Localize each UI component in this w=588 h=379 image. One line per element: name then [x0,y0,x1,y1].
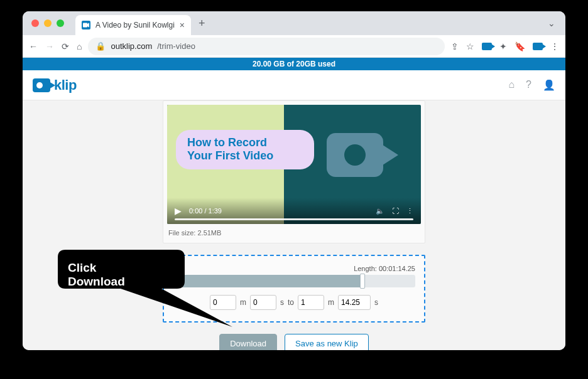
forward-icon[interactable]: → [45,41,54,51]
unit-m-2: m [328,298,334,307]
address-bar[interactable]: 🔒 outklip.com/trim-video [88,38,445,55]
minimize-window-icon[interactable] [44,19,52,27]
video-title-line2: Your First Video [187,149,303,163]
close-window-icon[interactable] [31,19,39,27]
titlebar: A Video by Sunil Kowlgi × + ⌄ [23,11,565,35]
share-icon[interactable]: ⇪ [451,41,459,51]
trim-from-seconds-input[interactable] [250,295,276,310]
svg-rect-0 [83,23,87,28]
extensions-icon[interactable]: ✦ [499,41,507,51]
fullscreen-icon[interactable]: ⛶ [392,207,399,215]
extension-klip-icon[interactable] [533,43,543,50]
annotation-text: Click Download [68,261,125,289]
video-thumb-camera-icon [327,130,396,180]
menu-icon[interactable]: ⋮ [550,41,559,51]
new-tab-button[interactable]: + [196,17,208,30]
back-icon[interactable]: ← [29,41,38,51]
tabs-dropdown-icon[interactable]: ⌄ [548,18,559,28]
save-as-new-klip-button[interactable]: Save as new Klip [285,334,369,350]
logo-text: klip [54,77,77,93]
bookmarks-list-icon[interactable]: 🔖 [514,41,525,51]
help-icon[interactable]: ? [526,79,531,91]
trim-slider-handle[interactable] [360,274,365,289]
to-label: to [288,298,294,307]
video-thumb-title: How to Record Your First Video [176,130,314,169]
lock-icon: 🔒 [95,41,106,51]
storage-usage-text: 20.00 GB of 20GB used [253,60,335,68]
maximize-window-icon[interactable] [57,19,64,27]
volume-icon[interactable]: 🔈 [376,207,384,215]
app-header: klip ⌂ ? 👤 [23,70,565,100]
tab-title: A Video by Sunil Kowlgi [95,21,175,29]
unit-s-2: s [374,298,378,307]
bookmark-icon[interactable]: ☆ [466,41,474,51]
close-tab-icon[interactable]: × [180,20,185,30]
video-time: 0:00 / 1:39 [189,207,222,215]
trim-to-minutes-input[interactable] [298,295,324,310]
play-icon[interactable]: ▶ [175,206,182,216]
video-controls: ▶ 0:00 / 1:39 🔈 ⛶ ⋮ [167,198,421,224]
unit-s-1: s [280,298,284,307]
video-player[interactable]: How to Record Your First Video ▶ 0:00 / … [167,105,421,224]
app-logo[interactable]: klip [33,77,77,93]
home-nav-icon[interactable]: ⌂ [508,79,514,91]
window-controls [31,19,64,27]
account-icon[interactable]: 👤 [543,79,555,91]
svg-marker-1 [87,23,89,28]
video-progress-bar[interactable] [175,218,413,220]
storage-usage-bar: 20.00 GB of 20GB used [23,58,565,70]
video-menu-icon[interactable]: ⋮ [406,207,413,215]
home-icon[interactable]: ⌂ [77,41,82,51]
url-domain: outklip.com [111,41,152,51]
browser-toolbar: ← → ⟳ ⌂ 🔒 outklip.com/trim-video ⇪ ☆ ✦ 🔖… [23,35,565,58]
logo-camera-icon [33,78,50,92]
reload-icon[interactable]: ⟳ [62,41,69,51]
file-size-label: File size: 2.51MB [167,229,421,237]
browser-tab[interactable]: A Video by Sunil Kowlgi × [75,15,191,35]
video-title-line1: How to Record [187,136,303,149]
tab-favicon-icon [82,21,90,29]
url-path: /trim-video [157,41,195,51]
video-card: How to Record Your First Video ▶ 0:00 / … [163,100,425,243]
trim-to-seconds-input[interactable] [338,295,371,310]
extension-camera-icon[interactable] [482,43,492,50]
